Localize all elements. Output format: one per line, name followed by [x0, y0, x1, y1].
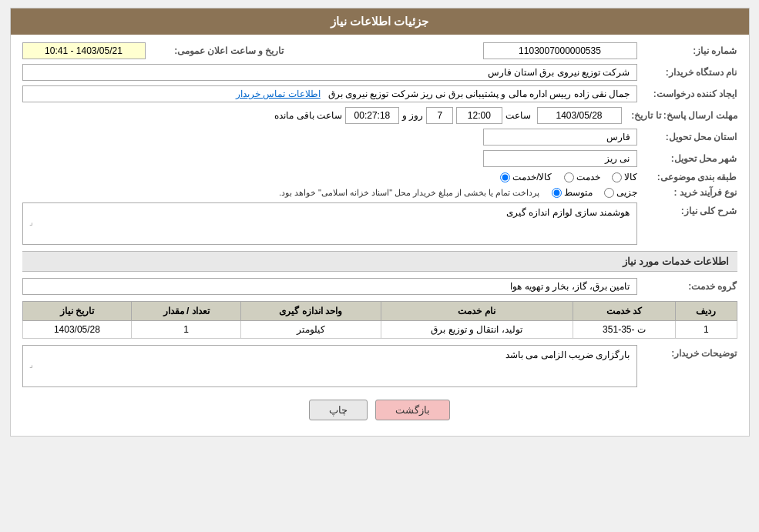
label-toseih: توضیحات خریدار:	[637, 345, 737, 359]
value-mande: 00:27:18	[345, 107, 399, 124]
ijad-text: جمال نقی زاده رییس اداره مالی و پشتیبانی…	[328, 89, 630, 99]
radio-input-kala[interactable]	[612, 172, 622, 182]
section-khadamat-title: اطلاعات خدمات مورد نیاز	[623, 256, 730, 267]
radio-motevaset[interactable]: متوسط	[552, 187, 593, 198]
label-sharh: شرح کلی نیاز:	[637, 202, 737, 216]
td-radif: 1	[676, 321, 737, 339]
row-ijad: ایجاد کننده درخواست: جمال نقی زاده رییس …	[22, 85, 737, 102]
value-shomara: 1103007000000535	[483, 42, 637, 59]
radio-jozei[interactable]: جزیی	[604, 187, 637, 198]
page-title: جزئیات اطلاعات نیاز	[331, 15, 428, 28]
section-khadamat: اطلاعات خدمات مورد نیاز	[22, 251, 737, 272]
td-tarikh: 1403/05/28	[22, 321, 132, 339]
value-ostan: فارس	[483, 129, 637, 146]
resize-handle-sharh: ⌟	[29, 218, 630, 226]
label-noefrayand: نوع فرآیند خرید :	[637, 187, 737, 198]
th-radif: ردیف	[676, 302, 737, 321]
resize-handle-toseih: ⌟	[29, 360, 630, 369]
td-tedad: 1	[132, 321, 241, 339]
radio-input-jozei[interactable]	[604, 188, 614, 198]
services-table-container: ردیف کد خدمت نام خدمت واحد اندازه گیری ت…	[22, 301, 737, 339]
value-shahr: نی ریز	[483, 150, 637, 167]
radio-input-khedmat[interactable]	[564, 172, 574, 182]
radio-tabaghe: کالا خدمت کالا/خدمت	[500, 172, 636, 182]
button-row: بازگشت چاپ	[22, 392, 737, 428]
row-toseih: توضیحات خریدار: بارگزاری ضریب الزامی می …	[22, 345, 737, 387]
label-tarikh-elam: تاریخ و ساعت اعلان عمومی:	[146, 45, 284, 56]
radio-kala[interactable]: کالا	[612, 172, 637, 182]
value-ijad: جمال نقی زاده رییس اداره مالی و پشتیبانی…	[22, 85, 637, 102]
label-mohlat: مهلت ارسال پاسخ: تا تاریخ:	[622, 110, 737, 121]
value-roz: 7	[426, 107, 453, 124]
label-namdastgah: نام دستگاه خریدار:	[637, 67, 737, 78]
table-row: 1ت -35-351تولید، انتقال و توزیع برقکیلوم…	[22, 321, 737, 339]
row-ostan: استان محل تحویل: فارس	[22, 129, 737, 146]
table-header-row: ردیف کد خدمت نام خدمت واحد اندازه گیری ت…	[22, 302, 737, 321]
label-ostan: استان محل تحویل:	[637, 132, 737, 142]
value-tarikh-elam: 1403/05/21 - 10:41	[22, 42, 146, 59]
label-shomara: شماره نیاز:	[637, 45, 737, 56]
th-name: نام خدمت	[381, 302, 573, 321]
radio-input-motevaset[interactable]	[552, 188, 562, 198]
label-gorohe: گروه خدمت:	[637, 281, 737, 292]
th-tedad: تعداد / مقدار	[132, 302, 241, 321]
value-gorohe: تامین برق، گاز، بخار و تهویه هوا	[22, 278, 637, 295]
value-tarikh: 1403/05/28	[537, 107, 622, 124]
td-kod: ت -35-351	[573, 321, 676, 339]
radio-input-kalakhedmat[interactable]	[500, 172, 510, 182]
label-tabaghe: طبقه بندی موضوعی:	[637, 172, 737, 182]
row-namdastgah: نام دستگاه خریدار: شرکت توزیع نیروی برق …	[22, 64, 737, 81]
row-shahr: شهر محل تحویل: نی ریز	[22, 150, 737, 167]
radio-khedmat[interactable]: خدمت	[564, 172, 600, 182]
toseih-value: بارگزاری ضریب الزامی می باشد	[505, 350, 630, 360]
sharh-box: هوشمند سازی لوازم اندازه گیری ⌟	[22, 202, 637, 245]
th-kod: کد خدمت	[573, 302, 676, 321]
th-vahed: واحد اندازه گیری	[241, 302, 381, 321]
content-area: شماره نیاز: 1103007000000535 تاریخ و ساع…	[11, 35, 749, 436]
td-name: تولید، انتقال و توزیع برق	[381, 321, 573, 339]
label-jozei: جزیی	[616, 187, 637, 198]
label-shahr: شهر محل تحویل:	[637, 153, 737, 164]
main-container: جزئیات اطلاعات نیاز شماره نیاز: 11030070…	[10, 8, 750, 437]
label-khedmat: خدمت	[576, 172, 600, 182]
page-header: جزئیات اطلاعات نیاز	[11, 8, 749, 35]
td-vahed: کیلومتر	[241, 321, 381, 339]
row-sharh: شرح کلی نیاز: هوشمند سازی لوازم اندازه گ…	[22, 202, 737, 245]
ijad-link[interactable]: اطلاعات تماس خریدار	[236, 89, 321, 99]
label-saat: ساعت	[502, 110, 534, 121]
radio-kalakhedmat[interactable]: کالا/خدمت	[500, 172, 552, 182]
row-shomara: شماره نیاز: 1103007000000535 تاریخ و ساع…	[22, 42, 737, 59]
noefrayand-desc: پرداخت تمام یا بخشی از مبلغ خریدار محل "…	[279, 188, 540, 198]
row-mohlat: مهلت ارسال پاسخ: تا تاریخ: 1403/05/28 سا…	[22, 107, 737, 124]
radio-frayand: جزیی متوسط پرداخت تمام یا بخشی از مبلغ خ…	[279, 187, 637, 198]
bazgasht-button[interactable]: بازگشت	[375, 400, 450, 420]
row-tabaghe: طبقه بندی موضوعی: کالا خدمت کالا/خدمت	[22, 172, 737, 182]
sharh-value: هوشمند سازی لوازم اندازه گیری	[506, 207, 630, 218]
label-kala: کالا	[624, 172, 637, 182]
label-mande: ساعت باقی مانده	[271, 110, 345, 121]
toseih-box: بارگزاری ضریب الزامی می باشد ⌟	[22, 345, 637, 387]
label-motevaset: متوسط	[564, 187, 593, 198]
label-kalakhedmat: کالا/خدمت	[512, 172, 552, 182]
services-table: ردیف کد خدمت نام خدمت واحد اندازه گیری ت…	[22, 301, 737, 339]
label-ijad: ایجاد کننده درخواست:	[637, 89, 737, 99]
value-namdastgah: شرکت توزیع نیروی برق استان فارس	[22, 64, 637, 81]
value-saat: 12:00	[456, 107, 502, 124]
th-tarikh: تاریخ نیاز	[22, 302, 132, 321]
label-roz: روز و	[399, 110, 426, 121]
chap-button[interactable]: چاپ	[309, 400, 368, 420]
row-noefrayand: نوع فرآیند خرید : جزیی متوسط پرداخت تمام…	[22, 187, 737, 198]
row-gorohe: گروه خدمت: تامین برق، گاز، بخار و تهویه …	[22, 278, 737, 295]
